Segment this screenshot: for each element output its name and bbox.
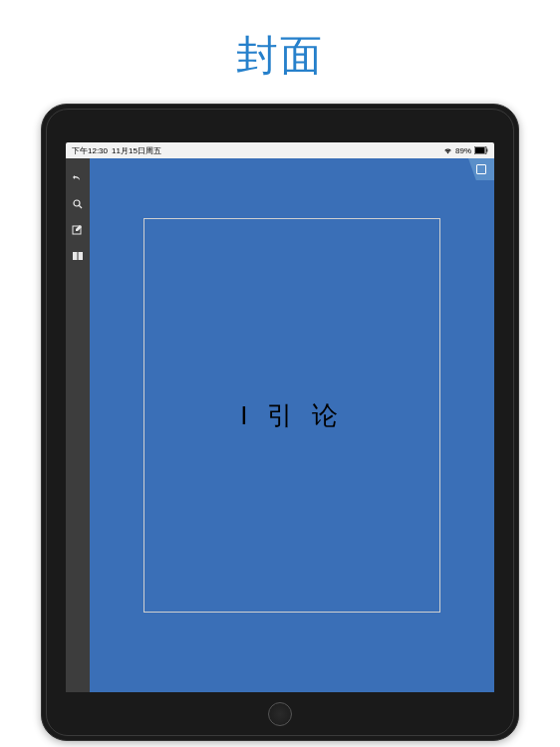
svg-line-4 [80,206,83,209]
svg-rect-6 [73,252,78,260]
edit-icon[interactable] [72,224,84,236]
bookmark-tab[interactable] [468,158,494,180]
svg-rect-7 [79,252,84,260]
layout-icon[interactable] [72,250,84,262]
search-icon[interactable] [72,198,84,210]
wifi-icon [443,146,452,155]
sidebar-toolbar [66,158,90,692]
status-bar: 下午12:30 11月15日周五 89% [66,142,494,158]
document-chapter-title: I 引 论 [240,398,344,433]
undo-icon[interactable] [72,172,84,184]
page-header-title: 封面 [0,0,560,104]
status-bar-left: 下午12:30 11月15日周五 [72,145,161,156]
status-bar-right: 89% [443,146,488,155]
battery-icon [474,146,488,154]
battery-percent: 89% [455,146,471,155]
status-date: 11月15日周五 [112,145,161,156]
document-page-frame: I 引 论 [143,218,440,613]
status-time: 下午12:30 [72,145,108,156]
svg-point-3 [74,200,80,206]
svg-rect-1 [475,147,485,153]
home-button[interactable] [268,702,292,726]
tablet-screen: I 引 论 [66,158,494,692]
svg-rect-2 [486,149,487,152]
tablet-device-frame: 下午12:30 11月15日周五 89% [41,104,519,741]
document-content-area: I 引 论 [90,158,494,692]
